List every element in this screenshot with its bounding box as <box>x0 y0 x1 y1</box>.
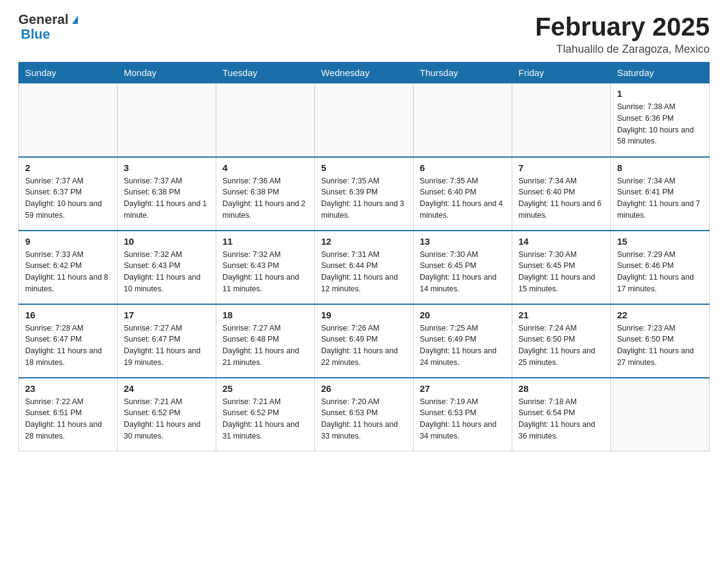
day-number: 4 <box>222 163 308 173</box>
calendar-day-cell: 11Sunrise: 7:32 AM Sunset: 6:43 PM Dayli… <box>216 231 315 304</box>
day-number: 28 <box>518 383 604 394</box>
day-info: Sunrise: 7:34 AM Sunset: 6:40 PM Dayligh… <box>518 175 604 221</box>
day-number: 27 <box>420 383 506 394</box>
calendar-day-cell: 3Sunrise: 7:37 AM Sunset: 6:38 PM Daylig… <box>118 157 216 231</box>
calendar-day-cell <box>19 83 118 157</box>
calendar-day-cell: 1Sunrise: 7:38 AM Sunset: 6:36 PM Daylig… <box>611 83 710 157</box>
calendar-day-cell: 25Sunrise: 7:21 AM Sunset: 6:52 PM Dayli… <box>216 378 315 451</box>
logo: General Blue <box>18 12 78 42</box>
location: Tlahualilo de Zaragoza, Mexico <box>535 43 710 56</box>
day-number: 23 <box>25 383 111 394</box>
calendar-day-cell: 4Sunrise: 7:36 AM Sunset: 6:38 PM Daylig… <box>216 157 315 231</box>
day-number: 12 <box>321 236 407 247</box>
day-info: Sunrise: 7:23 AM Sunset: 6:50 PM Dayligh… <box>617 323 703 369</box>
weekday-header-friday: Friday <box>512 63 611 83</box>
weekday-header-monday: Monday <box>118 63 216 83</box>
day-number: 5 <box>321 163 407 173</box>
weekday-header-sunday: Sunday <box>19 63 118 83</box>
logo-general-text: General <box>18 12 69 27</box>
day-number: 2 <box>25 163 111 173</box>
day-info: Sunrise: 7:19 AM Sunset: 6:53 PM Dayligh… <box>420 396 506 442</box>
calendar-day-cell: 15Sunrise: 7:29 AM Sunset: 6:46 PM Dayli… <box>611 231 710 304</box>
calendar-week-row: 1Sunrise: 7:38 AM Sunset: 6:36 PM Daylig… <box>19 83 710 157</box>
day-number: 14 <box>518 236 604 247</box>
day-info: Sunrise: 7:22 AM Sunset: 6:51 PM Dayligh… <box>25 396 111 442</box>
day-number: 18 <box>222 310 308 320</box>
page-header: General Blue February 2025 Tlahualilo de… <box>18 12 710 56</box>
calendar-day-cell: 12Sunrise: 7:31 AM Sunset: 6:44 PM Dayli… <box>315 231 414 304</box>
calendar-day-cell <box>118 83 216 157</box>
day-info: Sunrise: 7:27 AM Sunset: 6:47 PM Dayligh… <box>124 323 210 369</box>
day-info: Sunrise: 7:37 AM Sunset: 6:37 PM Dayligh… <box>25 175 111 221</box>
day-number: 15 <box>617 236 703 247</box>
calendar-week-row: 16Sunrise: 7:28 AM Sunset: 6:47 PM Dayli… <box>19 304 710 378</box>
calendar-day-cell: 22Sunrise: 7:23 AM Sunset: 6:50 PM Dayli… <box>611 304 710 378</box>
day-info: Sunrise: 7:33 AM Sunset: 6:42 PM Dayligh… <box>25 249 111 295</box>
calendar-day-cell: 5Sunrise: 7:35 AM Sunset: 6:39 PM Daylig… <box>315 157 414 231</box>
day-info: Sunrise: 7:25 AM Sunset: 6:49 PM Dayligh… <box>420 323 506 369</box>
day-info: Sunrise: 7:30 AM Sunset: 6:45 PM Dayligh… <box>518 249 604 295</box>
day-info: Sunrise: 7:32 AM Sunset: 6:43 PM Dayligh… <box>222 249 308 295</box>
day-number: 3 <box>124 163 210 173</box>
day-info: Sunrise: 7:35 AM Sunset: 6:39 PM Dayligh… <box>321 175 407 221</box>
day-number: 22 <box>617 310 703 320</box>
day-number: 19 <box>321 310 407 320</box>
calendar-day-cell: 20Sunrise: 7:25 AM Sunset: 6:49 PM Dayli… <box>414 304 512 378</box>
day-number: 16 <box>25 310 111 320</box>
weekday-header-row: SundayMondayTuesdayWednesdayThursdayFrid… <box>19 63 710 83</box>
calendar-day-cell: 8Sunrise: 7:34 AM Sunset: 6:41 PM Daylig… <box>611 157 710 231</box>
header-right: February 2025 Tlahualilo de Zaragoza, Me… <box>535 12 710 56</box>
calendar-day-cell <box>512 83 611 157</box>
calendar-day-cell: 26Sunrise: 7:20 AM Sunset: 6:53 PM Dayli… <box>315 378 414 451</box>
day-number: 10 <box>124 236 210 247</box>
day-info: Sunrise: 7:34 AM Sunset: 6:41 PM Dayligh… <box>617 175 703 221</box>
day-number: 8 <box>617 163 703 173</box>
day-info: Sunrise: 7:36 AM Sunset: 6:38 PM Dayligh… <box>222 175 308 221</box>
month-title: February 2025 <box>535 12 710 42</box>
calendar-day-cell: 24Sunrise: 7:21 AM Sunset: 6:52 PM Dayli… <box>118 378 216 451</box>
calendar-day-cell: 9Sunrise: 7:33 AM Sunset: 6:42 PM Daylig… <box>19 231 118 304</box>
day-info: Sunrise: 7:38 AM Sunset: 6:36 PM Dayligh… <box>617 101 703 147</box>
logo-blue-text: Blue <box>21 27 78 42</box>
day-info: Sunrise: 7:18 AM Sunset: 6:54 PM Dayligh… <box>518 396 604 442</box>
calendar-table: SundayMondayTuesdayWednesdayThursdayFrid… <box>18 62 710 451</box>
calendar-day-cell: 23Sunrise: 7:22 AM Sunset: 6:51 PM Dayli… <box>19 378 118 451</box>
weekday-header-wednesday: Wednesday <box>315 63 414 83</box>
calendar-week-row: 2Sunrise: 7:37 AM Sunset: 6:37 PM Daylig… <box>19 157 710 231</box>
calendar-day-cell <box>315 83 414 157</box>
calendar-week-row: 9Sunrise: 7:33 AM Sunset: 6:42 PM Daylig… <box>19 231 710 304</box>
day-info: Sunrise: 7:24 AM Sunset: 6:50 PM Dayligh… <box>518 323 604 369</box>
day-info: Sunrise: 7:21 AM Sunset: 6:52 PM Dayligh… <box>222 396 308 442</box>
day-info: Sunrise: 7:35 AM Sunset: 6:40 PM Dayligh… <box>420 175 506 221</box>
calendar-day-cell: 7Sunrise: 7:34 AM Sunset: 6:40 PM Daylig… <box>512 157 611 231</box>
day-number: 13 <box>420 236 506 247</box>
calendar-day-cell: 18Sunrise: 7:27 AM Sunset: 6:48 PM Dayli… <box>216 304 315 378</box>
day-info: Sunrise: 7:29 AM Sunset: 6:46 PM Dayligh… <box>617 249 703 295</box>
calendar-day-cell: 28Sunrise: 7:18 AM Sunset: 6:54 PM Dayli… <box>512 378 611 451</box>
day-info: Sunrise: 7:21 AM Sunset: 6:52 PM Dayligh… <box>124 396 210 442</box>
day-number: 20 <box>420 310 506 320</box>
day-number: 6 <box>420 163 506 173</box>
weekday-header-thursday: Thursday <box>414 63 512 83</box>
day-number: 1 <box>617 88 703 99</box>
calendar-day-cell: 10Sunrise: 7:32 AM Sunset: 6:43 PM Dayli… <box>118 231 216 304</box>
day-info: Sunrise: 7:37 AM Sunset: 6:38 PM Dayligh… <box>124 175 210 221</box>
day-info: Sunrise: 7:20 AM Sunset: 6:53 PM Dayligh… <box>321 396 407 442</box>
calendar-day-cell <box>216 83 315 157</box>
calendar-day-cell: 19Sunrise: 7:26 AM Sunset: 6:49 PM Dayli… <box>315 304 414 378</box>
weekday-header-tuesday: Tuesday <box>216 63 315 83</box>
calendar-day-cell: 17Sunrise: 7:27 AM Sunset: 6:47 PM Dayli… <box>118 304 216 378</box>
day-number: 24 <box>124 383 210 394</box>
day-number: 21 <box>518 310 604 320</box>
calendar-day-cell: 27Sunrise: 7:19 AM Sunset: 6:53 PM Dayli… <box>414 378 512 451</box>
day-info: Sunrise: 7:32 AM Sunset: 6:43 PM Dayligh… <box>124 249 210 295</box>
calendar-day-cell <box>611 378 710 451</box>
weekday-header-saturday: Saturday <box>611 63 710 83</box>
calendar-day-cell: 14Sunrise: 7:30 AM Sunset: 6:45 PM Dayli… <box>512 231 611 304</box>
day-info: Sunrise: 7:31 AM Sunset: 6:44 PM Dayligh… <box>321 249 407 295</box>
calendar-week-row: 23Sunrise: 7:22 AM Sunset: 6:51 PM Dayli… <box>19 378 710 451</box>
day-number: 17 <box>124 310 210 320</box>
day-number: 26 <box>321 383 407 394</box>
day-info: Sunrise: 7:30 AM Sunset: 6:45 PM Dayligh… <box>420 249 506 295</box>
calendar-day-cell: 16Sunrise: 7:28 AM Sunset: 6:47 PM Dayli… <box>19 304 118 378</box>
